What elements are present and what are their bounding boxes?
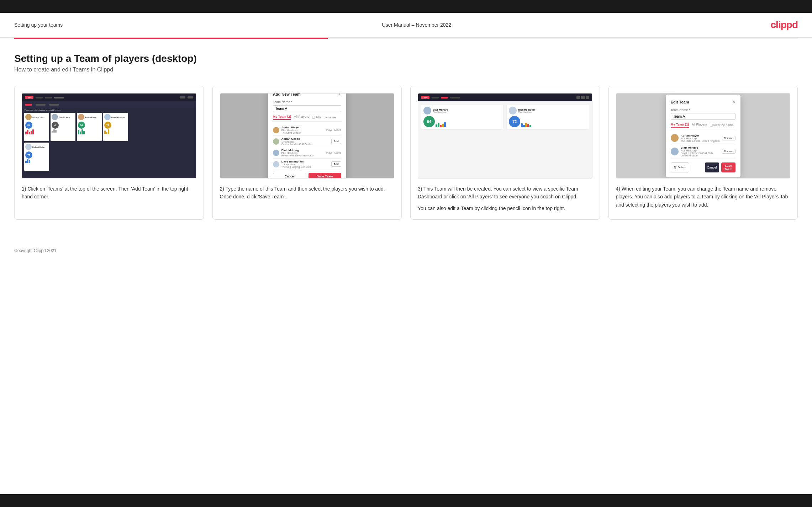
modal-close-icon[interactable]: ✕ (338, 93, 341, 97)
add-player-button[interactable]: Add (331, 161, 341, 167)
card-4-desc: 4) When editing your Team, you can chang… (616, 185, 791, 209)
edit-tab-all-players[interactable]: All Players (692, 123, 707, 128)
remove-player-button[interactable]: Remove (722, 136, 735, 140)
avatar (273, 161, 279, 167)
edit-list-item: Blair McHarg Plus HandicapRoyal North De… (671, 144, 735, 159)
cancel-button[interactable]: Cancel (273, 173, 306, 178)
main-content: Setting up a Team of players (desktop) H… (0, 39, 812, 241)
screenshot-4: Edit Team ✕ Team Name * My Team (2) All … (616, 93, 791, 178)
mock-player-card: Blair McHarg 0 (51, 113, 75, 141)
delete-button[interactable]: 🗑 Delete (671, 162, 689, 172)
page-subtitle: How to create and edit Teams in Clippd (14, 66, 798, 73)
header: Setting up your teams User Manual – Nove… (0, 13, 812, 38)
screenshot-3: clippd (418, 93, 592, 178)
mock-player-card: Richard Butler 72 (24, 143, 49, 171)
tab-all-players[interactable]: All Players (294, 115, 309, 120)
mock-player-card: Richard Butler Plus Handicap 72 (506, 104, 589, 130)
mock-player-card: Adrian Colba 84 (24, 113, 49, 141)
tab-filter: Filter by name (312, 115, 336, 120)
mock-nav-1 (22, 101, 196, 108)
modal-title: Add New Team (273, 93, 301, 96)
remove-player-button[interactable]: Remove (722, 149, 735, 154)
edit-save-team-button[interactable]: Save Team (721, 162, 735, 172)
player-list: Adrian Player Plus HandicapThe Shire Lon… (273, 124, 341, 170)
screenshot-2: Add New Team ✕ Team Name * My Team (2) A… (220, 93, 395, 178)
player-added-badge: Player Added (326, 129, 341, 131)
edit-tab-my-team[interactable]: My Team (2) (671, 123, 689, 128)
card-1: clippd Viewing 4 of 4 players from All P… (14, 86, 204, 220)
avatar (273, 127, 279, 133)
avatar (273, 150, 279, 156)
top-bar (0, 0, 812, 13)
footer: Copyright Clippd 2021 (0, 241, 812, 260)
card-3-desc2: You can also edit a Team by clicking the… (418, 204, 592, 212)
list-item: Dave Billingham 1.5 HandicapThe Cog Magi… (273, 159, 341, 170)
card-1-desc: 1) Click on 'Teams' at the top of the sc… (22, 185, 196, 201)
bottom-bar (0, 494, 812, 507)
trash-icon: 🗑 (674, 166, 677, 169)
logo: clippd (771, 19, 798, 31)
edit-team-modal: Edit Team ✕ Team Name * My Team (2) All … (666, 95, 740, 177)
header-left-text: Setting up your teams (14, 22, 63, 28)
cards-grid: clippd Viewing 4 of 4 players from All P… (14, 86, 798, 220)
avatar (273, 138, 279, 145)
modal-tabs: My Team (2) All Players Filter by name (273, 115, 341, 122)
list-item: Blair McHarg Plus HandicapRoyal North De… (273, 147, 341, 159)
page-title: Setting up a Team of players (desktop) (14, 53, 798, 64)
edit-modal-close-icon[interactable]: ✕ (732, 100, 735, 105)
edit-list-item: Adrian Player Plus HandicapThe Shire Lon… (671, 132, 735, 144)
card-2: Add New Team ✕ Team Name * My Team (2) A… (212, 86, 402, 220)
modal-header: Add New Team ✕ (273, 93, 341, 97)
edit-modal-footer: 🗑 Delete Cancel Save Team (671, 162, 735, 172)
card-3-desc1: 3) This Team will then be created. You c… (418, 185, 592, 201)
edit-team-name-label: Team Name * (671, 108, 735, 112)
tab-my-team[interactable]: My Team (2) (273, 115, 291, 120)
list-item: Adrian Coliba 1 HandicapCentral London G… (273, 136, 341, 147)
mock-player-card: Dave Billingham 78 (103, 113, 128, 141)
card-4: Edit Team ✕ Team Name * My Team (2) All … (608, 86, 798, 220)
team-name-label: Team Name * (273, 100, 341, 104)
mock-topbar-1: clippd (22, 94, 196, 101)
add-player-button[interactable]: Add (331, 139, 341, 144)
mock-logo-1: clippd (25, 96, 33, 99)
modal-footer: Cancel Save Team (273, 173, 341, 178)
screenshot-1: clippd Viewing 4 of 4 players from All P… (22, 93, 196, 178)
edit-modal-tabs: My Team (2) All Players Filter by name (671, 123, 735, 129)
player-added-badge: Player Added (326, 151, 341, 154)
card-3: clippd (410, 86, 600, 220)
mock-player-card: Blair McHarg Plus Handicap 94 (421, 104, 503, 130)
edit-modal-header: Edit Team ✕ (671, 100, 735, 105)
card-2-desc: 2) Type the name of this Team and then s… (220, 185, 395, 201)
edit-team-name-input[interactable] (671, 113, 735, 120)
team-name-input[interactable] (273, 105, 341, 112)
edit-modal-title: Edit Team (671, 100, 689, 104)
edit-player-list: Adrian Player Plus HandicapThe Shire Lon… (671, 132, 735, 159)
edit-tab-filter: Filter by name (710, 123, 734, 128)
avatar (671, 148, 679, 155)
add-team-modal: Add New Team ✕ Team Name * My Team (2) A… (268, 93, 346, 178)
avatar (671, 134, 679, 142)
mock-player-card: Adrian Player 94 (77, 113, 102, 141)
save-team-button[interactable]: Save Team (309, 173, 341, 178)
copyright-text: Copyright Clippd 2021 (14, 248, 57, 253)
edit-cancel-button[interactable]: Cancel (705, 162, 719, 172)
list-item: Adrian Player Plus HandicapThe Shire Lon… (273, 124, 341, 136)
header-center-text: User Manual – November 2022 (382, 22, 452, 28)
